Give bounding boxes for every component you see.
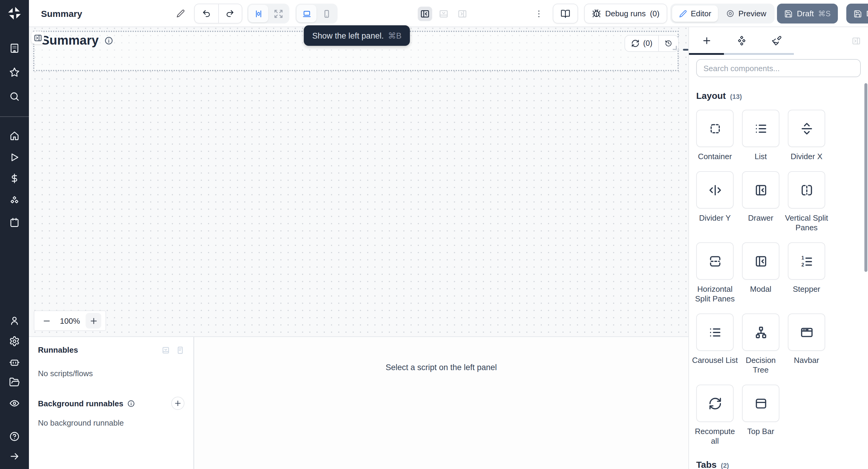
deploy-label: Deploy xyxy=(866,9,868,18)
toggle-left-panel-icon[interactable] xyxy=(418,6,432,21)
runnables-empty-text: No scripts/flows xyxy=(38,369,184,378)
draft-button[interactable]: Draft ⌘S xyxy=(777,4,838,24)
section-title: Tabs xyxy=(696,459,717,469)
tab-preview[interactable]: Preview xyxy=(719,5,773,22)
deploy-button[interactable]: Deploy xyxy=(846,4,868,24)
zoom-out-minus-icon[interactable] xyxy=(38,313,54,329)
collapse-runnables-icon[interactable] xyxy=(161,346,170,354)
full-width-expand-icon[interactable] xyxy=(268,5,288,22)
user-icon[interactable] xyxy=(9,315,20,326)
component-card[interactable]: Container xyxy=(696,110,734,162)
stepper-icon: 12 xyxy=(788,242,825,280)
runnables-title: Runnables xyxy=(38,345,78,354)
search-components-input[interactable] xyxy=(696,59,861,77)
add-background-runnable-button[interactable] xyxy=(171,397,184,410)
component-card[interactable]: Modal xyxy=(742,242,779,294)
component-card[interactable]: Vertical Split Panes xyxy=(788,171,825,233)
component-card[interactable]: Top Bar xyxy=(742,385,779,436)
app-title: Summary xyxy=(41,4,82,24)
hsplit-icon xyxy=(696,242,734,280)
canvas-zoom-widget: 100% xyxy=(34,310,106,331)
runnables-doc-icon[interactable] xyxy=(176,346,184,354)
home-icon[interactable] xyxy=(9,130,20,141)
component-card[interactable]: Divider X xyxy=(788,110,825,162)
components-panel-tabs xyxy=(689,27,868,54)
component-card[interactable]: Recompute all xyxy=(696,385,734,446)
resize-corner[interactable] xyxy=(673,46,677,50)
toggle-bottom-panel-icon[interactable] xyxy=(436,6,451,21)
section-count: (13) xyxy=(730,93,742,100)
app-canvas[interactable]: Summary (0) xyxy=(29,27,688,336)
component-label: Top Bar xyxy=(738,427,784,436)
zoom-in-plus-icon[interactable] xyxy=(86,313,101,329)
device-preview-group xyxy=(296,4,338,24)
canvas-title: Summary xyxy=(41,33,98,48)
container-icon xyxy=(696,110,734,147)
tab-insert-plus-icon[interactable] xyxy=(689,27,724,54)
runnables-panel: Runnables No scripts/flows xyxy=(29,337,194,469)
svg-text:2: 2 xyxy=(801,262,804,267)
workers-robot-icon[interactable] xyxy=(9,356,20,367)
collapse-panel-icon[interactable] xyxy=(852,36,861,45)
component-card[interactable]: Horizontal Split Panes xyxy=(696,242,734,304)
active-tab-underline xyxy=(689,53,724,55)
component-card[interactable]: List xyxy=(742,110,779,162)
desktop-laptop-icon[interactable] xyxy=(297,5,316,22)
debug-runs-button[interactable]: Debug runs (0) xyxy=(584,4,667,24)
open-right-panel-icon[interactable] xyxy=(31,31,44,44)
component-label: Divider Y xyxy=(692,213,738,223)
help-icon[interactable] xyxy=(9,431,20,442)
section-heading: Layout(13) xyxy=(696,90,861,101)
centered-width-icon[interactable] xyxy=(248,5,268,22)
component-card[interactable]: Carousel List xyxy=(696,313,734,365)
component-card[interactable]: Navbar xyxy=(788,313,825,365)
tab-components-diamonds-icon[interactable] xyxy=(724,27,759,54)
mobile-phone-icon[interactable] xyxy=(316,5,336,22)
bottom-panel: Runnables No scripts/flows xyxy=(29,336,688,469)
history-button[interactable] xyxy=(659,36,678,51)
edit-title-pencil-icon[interactable] xyxy=(176,4,185,24)
variables-dollar-icon[interactable] xyxy=(9,173,20,184)
component-card[interactable]: Divider Y xyxy=(696,171,734,223)
draft-shortcut: ⌘S xyxy=(818,9,831,18)
search-icon[interactable] xyxy=(9,91,20,102)
component-grid: ContainerListDivider XDivider YDrawerVer… xyxy=(696,110,861,446)
docs-book-button[interactable] xyxy=(553,4,578,24)
info-icon[interactable] xyxy=(104,36,113,45)
component-card[interactable]: Decision Tree xyxy=(742,313,779,375)
refresh-count: (0) xyxy=(643,39,652,48)
canvas-summary-heading: Summary xyxy=(41,33,113,48)
component-label: List xyxy=(738,152,784,162)
component-card[interactable]: 12Stepper xyxy=(788,242,825,294)
tab-theme-paintbrush-icon[interactable] xyxy=(759,27,794,54)
toggle-right-panel-icon[interactable] xyxy=(455,6,470,21)
tab-editor[interactable]: Editor xyxy=(672,5,718,22)
svg-text:1: 1 xyxy=(801,255,804,260)
tooltip-shortcut: ⌘B xyxy=(388,31,401,40)
component-label: Modal xyxy=(738,285,784,294)
component-label: Decision Tree xyxy=(738,356,784,375)
list-icon xyxy=(742,110,779,147)
bug-icon xyxy=(592,9,601,18)
favorites-star-icon[interactable] xyxy=(9,67,20,78)
folders-icon[interactable] xyxy=(9,377,20,387)
script-editor-area: Select a script on the left panel xyxy=(194,337,688,469)
windmill-logo-icon[interactable] xyxy=(7,5,22,21)
component-card[interactable]: Drawer xyxy=(742,171,779,223)
runs-play-icon[interactable] xyxy=(9,152,20,163)
component-label: Horizontal Split Panes xyxy=(692,285,738,304)
refresh-all-button[interactable]: (0) xyxy=(625,36,658,51)
undo-icon[interactable] xyxy=(195,9,218,18)
audit-eye-icon[interactable] xyxy=(9,398,20,409)
topbar-icon xyxy=(742,385,779,422)
preview-label: Preview xyxy=(738,9,767,18)
settings-gear-icon[interactable] xyxy=(9,336,20,347)
workspace-icon[interactable] xyxy=(9,43,20,54)
resources-boxes-icon[interactable] xyxy=(9,195,20,206)
redo-icon[interactable] xyxy=(218,9,242,18)
more-menu-icon[interactable] xyxy=(534,4,544,24)
expand-rail-arrow-icon[interactable] xyxy=(9,451,20,462)
schedules-calendar-icon[interactable] xyxy=(9,217,20,228)
panel-resize-handle[interactable] xyxy=(683,49,688,51)
panel-scrollbar[interactable] xyxy=(864,83,867,272)
